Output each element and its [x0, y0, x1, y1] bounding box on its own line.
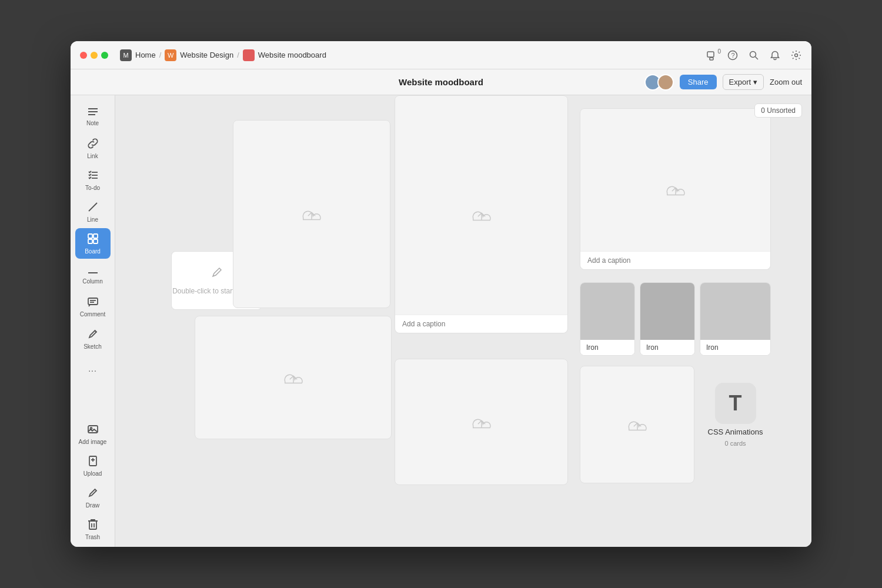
caption-input-1[interactable] — [395, 315, 567, 333]
swatch-color-1 — [580, 283, 634, 340]
css-animations-icon: T — [715, 383, 756, 424]
sidebar-item-line[interactable]: Line — [75, 196, 111, 227]
css-animations-subtitle: 0 cards — [724, 440, 746, 447]
swatch-color-2 — [640, 283, 694, 340]
add-image-icon — [87, 423, 99, 437]
comment-icon — [87, 297, 99, 309]
sidebar-item-sketch-label: Sketch — [83, 343, 102, 350]
board-icon — [243, 49, 255, 61]
upload-card-4[interactable] — [195, 316, 392, 439]
minimize-button[interactable] — [91, 52, 98, 59]
draw-icon — [87, 487, 99, 500]
sidebar-item-comment[interactable]: Comment — [75, 292, 111, 322]
sidebar-item-todo[interactable]: To-do — [75, 165, 111, 195]
sketch-icon — [87, 328, 99, 342]
board-icon — [87, 233, 99, 246]
sidebar-item-comment-label: Comment — [80, 311, 105, 318]
breadcrumb-project[interactable]: Website Design — [180, 51, 233, 59]
upload-card-1[interactable] — [233, 120, 390, 308]
sidebar-item-draw-label: Draw — [86, 502, 99, 509]
svg-rect-15 — [93, 234, 98, 238]
svg-rect-16 — [88, 239, 92, 243]
sidebar-item-trash[interactable]: Trash — [75, 514, 111, 544]
note-icon — [87, 107, 99, 118]
title-bar-actions: 0 ? — [706, 49, 802, 61]
avatar-2 — [657, 74, 674, 91]
sidebar-item-board-label: Board — [85, 248, 101, 255]
close-button[interactable] — [80, 52, 87, 59]
sidebar-item-upload[interactable]: Upload — [75, 450, 111, 481]
swatch-card-3[interactable]: Iron — [700, 282, 771, 356]
upload-card-3[interactable] — [580, 108, 771, 270]
css-animations-title: CSS Animations — [708, 427, 763, 436]
link-icon — [87, 138, 99, 151]
header: Website moodboard Share Export ▾ Zoom ou… — [71, 69, 811, 95]
device-icon[interactable]: 0 — [706, 49, 717, 61]
chevron-down-icon: ▾ — [753, 78, 757, 86]
upload-cloud-icon-6 — [623, 413, 652, 436]
svg-rect-23 — [88, 426, 98, 433]
sidebar-item-trash-label: Trash — [85, 534, 100, 540]
svg-rect-19 — [88, 298, 98, 305]
notifications-icon[interactable] — [769, 49, 781, 61]
main-content: Note Link — [71, 95, 811, 547]
main-window: M Home / W Website Design / Website mood… — [71, 41, 811, 547]
svg-point-6 — [795, 54, 798, 56]
swatch-label-2: Iron — [640, 340, 694, 355]
svg-text:?: ? — [731, 52, 735, 59]
sidebar-item-note[interactable]: Note — [75, 101, 111, 132]
swatch-color-3 — [700, 283, 770, 340]
sidebar-item-board[interactable]: Board — [75, 228, 111, 259]
svg-rect-1 — [710, 58, 713, 60]
caption-input-right[interactable] — [580, 251, 770, 269]
swatch-card-1[interactable]: Iron — [580, 282, 635, 356]
unsorted-badge: 0 Unsorted — [754, 103, 802, 118]
sidebar-item-line-label: Line — [87, 216, 98, 223]
column-icon — [87, 266, 99, 276]
maximize-button[interactable] — [101, 52, 108, 59]
search-icon[interactable] — [748, 49, 760, 61]
upload-cloud-icon-5 — [467, 410, 496, 434]
share-button[interactable]: Share — [680, 75, 717, 89]
sidebar-item-more[interactable]: ··· — [75, 355, 111, 386]
sidebar-item-draw[interactable]: Draw — [75, 482, 111, 513]
line-icon — [87, 201, 99, 215]
breadcrumb-board[interactable]: Website moodboard — [258, 51, 326, 59]
canvas-area[interactable]: 0 Unsorted Double-click to start drawing — [115, 95, 811, 547]
help-icon[interactable]: ? — [727, 49, 739, 61]
svg-rect-17 — [93, 239, 98, 243]
sidebar-item-add-image[interactable]: Add image — [75, 419, 111, 449]
breadcrumb: M Home / W Website Design / Website mood… — [120, 49, 326, 61]
svg-rect-0 — [707, 52, 714, 57]
sidebar-item-link-label: Link — [87, 153, 98, 159]
title-bar: M Home / W Website Design / Website mood… — [71, 41, 811, 69]
export-label: Export — [729, 78, 751, 86]
svg-line-13 — [89, 203, 97, 211]
sidebar: Note Link — [71, 95, 115, 547]
collaborators — [644, 74, 674, 91]
sidebar-item-link[interactable]: Link — [75, 133, 111, 163]
home-icon: M — [120, 49, 132, 61]
device-count: 0 — [717, 48, 721, 55]
swatch-label-1: Iron — [580, 340, 634, 355]
page-title: Website moodboard — [399, 77, 483, 87]
swatch-card-2[interactable]: Iron — [640, 282, 695, 356]
upload-cloud-icon-2 — [467, 203, 496, 226]
zoom-out-button[interactable]: Zoom out — [770, 78, 802, 86]
todo-icon — [87, 169, 99, 183]
sidebar-item-add-image-label: Add image — [79, 439, 107, 445]
sidebar-item-column[interactable]: Column — [75, 260, 111, 290]
svg-line-5 — [756, 56, 759, 59]
upload-card-6[interactable] — [580, 366, 694, 483]
settings-icon[interactable] — [790, 49, 802, 61]
css-animations-card[interactable]: T CSS Animations 0 cards — [700, 368, 771, 462]
upload-card-2[interactable] — [395, 95, 568, 333]
upload-icon — [87, 455, 99, 469]
project-icon: W — [165, 49, 176, 61]
breadcrumb-home[interactable]: Home — [135, 51, 156, 59]
export-button[interactable]: Export ▾ — [723, 74, 764, 90]
trash-icon — [88, 519, 98, 532]
svg-rect-14 — [88, 234, 92, 238]
upload-card-5[interactable] — [395, 359, 568, 485]
sidebar-item-sketch[interactable]: Sketch — [75, 323, 111, 354]
